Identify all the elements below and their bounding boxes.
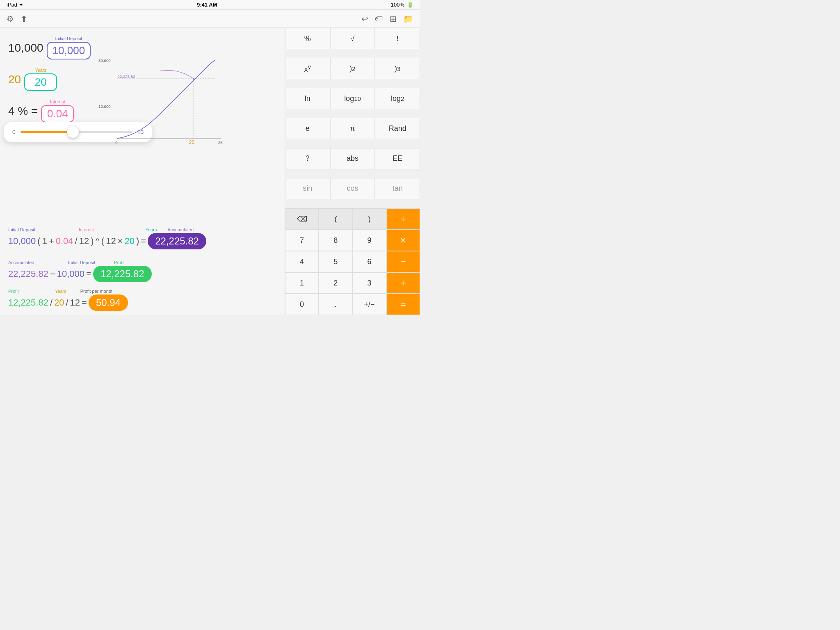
slider-thumb[interactable] bbox=[67, 126, 79, 138]
formula1-section: Initial Deposit Interest Years Accumulat… bbox=[8, 227, 276, 249]
f1-twelve1: 12 bbox=[79, 236, 89, 247]
toolbar-right: ↩ 🏷 ⊞ 📁 bbox=[361, 14, 413, 24]
f2-dep-label: Initial Deposit bbox=[68, 260, 95, 265]
calc-e[interactable]: e bbox=[285, 118, 330, 139]
f3-result: 50.94 bbox=[89, 294, 128, 311]
calc-6[interactable]: 6 bbox=[353, 251, 386, 272]
calc-log10[interactable]: log10 bbox=[330, 88, 375, 109]
calc-tan[interactable]: tan bbox=[375, 178, 420, 199]
calc-panel: % √ ! xy )2 )3 ln log10 log2 e π Rand ? … bbox=[285, 28, 420, 315]
folder-icon[interactable]: 📁 bbox=[403, 14, 413, 24]
calc-4[interactable]: 4 bbox=[285, 251, 319, 272]
calc-question[interactable]: ? bbox=[285, 148, 330, 169]
calc-add[interactable]: + bbox=[386, 272, 420, 294]
svg-text:0: 0 bbox=[115, 140, 118, 145]
calc-pi[interactable]: π bbox=[330, 118, 375, 139]
ipad-label: iPad ✦ bbox=[7, 2, 23, 8]
interest-label: Interest bbox=[41, 99, 74, 104]
initial-deposit-group: 10,000 Initial Deposit 10,000 bbox=[8, 36, 90, 59]
f2-minus: − bbox=[50, 269, 55, 279]
calc-divide[interactable]: ÷ bbox=[386, 208, 420, 230]
calc-0[interactable]: 0 bbox=[285, 294, 319, 315]
formula2-section: Accumulated Initial Deposit Profit 22,22… bbox=[8, 260, 276, 282]
calc-ee[interactable]: EE bbox=[375, 148, 420, 169]
f2-result: 12,225.82 bbox=[93, 266, 152, 282]
interest-group: 4 % = Interest 0.04 bbox=[8, 99, 90, 123]
deposit-input[interactable]: 10,000 bbox=[47, 42, 91, 59]
f1-plus: + bbox=[49, 236, 54, 247]
f1-paren2: ) bbox=[91, 236, 94, 247]
calc-subtract[interactable]: − bbox=[386, 251, 420, 272]
f2-equals: = bbox=[86, 269, 91, 279]
calc-open-paren[interactable]: ( bbox=[319, 208, 352, 230]
f1-deposit-val: 10,000 bbox=[8, 236, 36, 247]
f2-acc-val: 22,225.82 bbox=[8, 269, 48, 279]
status-bar: iPad ✦ 9:41 AM 100% 🔋 bbox=[0, 0, 420, 10]
calc-delete[interactable]: ⌫ bbox=[285, 208, 319, 230]
f1-years-val: 20 bbox=[125, 236, 135, 247]
tag-icon[interactable]: 🏷 bbox=[375, 14, 383, 24]
deposit-display: 10,000 bbox=[8, 41, 43, 55]
calc-2[interactable]: 2 bbox=[319, 272, 352, 294]
f3-years-label: Years bbox=[55, 289, 66, 294]
f1-deposit-label: Initial Deposit bbox=[8, 227, 35, 232]
calc-rand[interactable]: Rand bbox=[375, 118, 420, 139]
graph-area: 30,000 10,000 0 25 20 22,225.82 bbox=[98, 36, 276, 167]
y-label-mid: 10,000 bbox=[98, 104, 111, 109]
f1-years-label: Years bbox=[146, 227, 157, 232]
calc-sq2[interactable]: )2 bbox=[330, 58, 375, 79]
calc-cos[interactable]: cos bbox=[330, 178, 375, 199]
share-icon[interactable]: ⬆ bbox=[21, 14, 27, 24]
f2-dep-val: 10,000 bbox=[57, 269, 84, 279]
f1-interest-label: Interest bbox=[79, 227, 94, 232]
calc-9[interactable]: 9 bbox=[353, 230, 386, 251]
calc-multiply[interactable]: × bbox=[386, 230, 420, 251]
calc-equals[interactable]: = bbox=[386, 294, 420, 315]
f1-div: / bbox=[75, 236, 78, 247]
grid-icon[interactable]: ⊞ bbox=[390, 14, 397, 24]
slider-min: 0 bbox=[12, 129, 16, 135]
calc-1[interactable]: 1 bbox=[285, 272, 319, 294]
f1-one: 1 bbox=[42, 236, 47, 247]
interest-pct-display: 4 % = bbox=[8, 105, 38, 118]
calc-plusminus[interactable]: +/− bbox=[353, 294, 386, 315]
years-display: 20 bbox=[8, 73, 21, 86]
calc-cu3[interactable]: )3 bbox=[375, 58, 420, 79]
calc-5[interactable]: 5 bbox=[319, 251, 352, 272]
calc-factorial[interactable]: ! bbox=[375, 28, 420, 49]
f1-paren3: ( bbox=[101, 236, 104, 247]
calc-sqrt[interactable]: √ bbox=[330, 28, 375, 49]
f3-ppm-label: Profit per month bbox=[80, 289, 112, 294]
calc-abs[interactable]: abs bbox=[330, 148, 375, 169]
status-time: 9:41 AM bbox=[197, 2, 217, 8]
calc-decimal[interactable]: . bbox=[319, 294, 352, 315]
f2-acc-label: Accumulated bbox=[8, 260, 41, 265]
f2-profit-label: Profit bbox=[114, 260, 125, 265]
f3-profit-val: 12,225.82 bbox=[8, 297, 48, 308]
svg-text:20: 20 bbox=[189, 139, 195, 145]
settings-icon[interactable]: ⚙ bbox=[7, 14, 14, 24]
calc-8[interactable]: 8 bbox=[319, 230, 352, 251]
calc-xy[interactable]: xy bbox=[285, 58, 330, 79]
calc-functions: % √ ! xy )2 )3 ln log10 log2 e π Rand ? … bbox=[285, 28, 420, 208]
years-label: Years bbox=[24, 68, 57, 73]
svg-text:25: 25 bbox=[218, 140, 223, 145]
y-label-top: 30,000 bbox=[98, 58, 111, 63]
calc-log2[interactable]: log2 bbox=[375, 88, 420, 109]
undo-icon[interactable]: ↩ bbox=[361, 14, 368, 24]
interest-input[interactable]: 0.04 bbox=[41, 105, 74, 123]
toolbar-left: ⚙ ⬆ bbox=[7, 14, 27, 24]
calc-sin[interactable]: sin bbox=[285, 178, 330, 199]
calc-ln[interactable]: ln bbox=[285, 88, 330, 109]
calc-percent[interactable]: % bbox=[285, 28, 330, 49]
f1-twelve2: 12 bbox=[106, 236, 116, 247]
calc-close-paren[interactable]: ) bbox=[353, 208, 386, 230]
f1-paren4: ) bbox=[136, 236, 139, 247]
years-input[interactable]: 20 bbox=[24, 73, 57, 91]
f1-result: 22,225.82 bbox=[148, 233, 206, 249]
battery-icon: 🔋 bbox=[407, 2, 413, 8]
calc-3[interactable]: 3 bbox=[353, 272, 386, 294]
f3-equals: = bbox=[82, 297, 87, 308]
svg-point-7 bbox=[193, 78, 194, 80]
calc-7[interactable]: 7 bbox=[285, 230, 319, 251]
